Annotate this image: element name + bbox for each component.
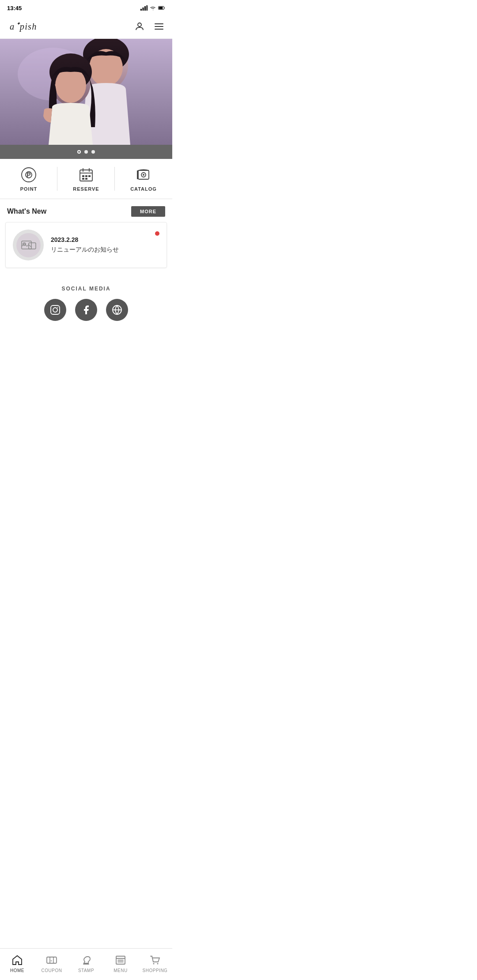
hamburger-menu-button[interactable] bbox=[153, 20, 165, 33]
whats-new-title: What's New bbox=[7, 207, 46, 215]
slide-dots bbox=[0, 145, 172, 159]
svg-rect-29 bbox=[85, 175, 87, 177]
social-media-section: SOCIAL MEDIA bbox=[0, 275, 172, 328]
dot-2[interactable] bbox=[84, 150, 88, 154]
svg-rect-40 bbox=[51, 305, 60, 314]
social-icons-row bbox=[7, 299, 165, 321]
dot-1[interactable] bbox=[77, 150, 81, 154]
header-actions bbox=[133, 20, 165, 33]
catalog-icon bbox=[135, 166, 152, 184]
website-button[interactable] bbox=[106, 299, 128, 321]
svg-point-35 bbox=[143, 174, 144, 176]
point-label: POINT bbox=[20, 186, 38, 192]
news-thumb-inner bbox=[15, 232, 42, 258]
battery-icon bbox=[158, 5, 165, 11]
hamburger-icon bbox=[154, 21, 164, 32]
quick-menu: P POINT RESERVE bbox=[0, 159, 172, 199]
reserve-label: RESERVE bbox=[73, 186, 99, 192]
svg-rect-3 bbox=[147, 5, 148, 11]
wifi-icon bbox=[149, 5, 156, 11]
instagram-button[interactable] bbox=[44, 299, 66, 321]
reserve-icon bbox=[77, 166, 95, 184]
logo-svg: a ✦ pish bbox=[7, 18, 60, 35]
svg-rect-28 bbox=[82, 175, 84, 177]
facebook-icon bbox=[81, 305, 91, 315]
social-media-title: SOCIAL MEDIA bbox=[7, 286, 165, 292]
status-bar: 13:45 bbox=[0, 0, 172, 14]
svg-rect-0 bbox=[140, 9, 142, 11]
hero-image bbox=[0, 39, 172, 145]
app-logo: a ✦ pish bbox=[7, 18, 60, 35]
signal-icon bbox=[140, 5, 148, 11]
svg-point-41 bbox=[53, 308, 57, 312]
svg-rect-2 bbox=[144, 6, 146, 11]
svg-point-20 bbox=[55, 68, 86, 103]
profile-button[interactable] bbox=[133, 20, 146, 33]
instagram-icon bbox=[50, 305, 61, 315]
user-icon bbox=[134, 21, 145, 32]
whats-new-header: What's New MORE bbox=[0, 199, 172, 222]
news-title: リニューアルのお知らせ bbox=[51, 246, 148, 254]
news-card[interactable]: 2023.2.28 リニューアルのお知らせ bbox=[5, 222, 167, 268]
status-icons bbox=[140, 5, 165, 11]
point-icon: P bbox=[20, 166, 38, 184]
facebook-button[interactable] bbox=[75, 299, 97, 321]
news-date: 2023.2.28 bbox=[51, 236, 148, 243]
dot-3[interactable] bbox=[91, 150, 95, 154]
svg-point-42 bbox=[57, 307, 58, 308]
svg-rect-32 bbox=[85, 178, 87, 180]
status-time: 13:45 bbox=[7, 5, 22, 11]
news-content: 2023.2.28 リニューアルのお知らせ bbox=[51, 236, 148, 254]
svg-rect-30 bbox=[88, 175, 91, 177]
news-thumbnail bbox=[13, 230, 44, 260]
app-header: a ✦ pish bbox=[0, 14, 172, 39]
quick-menu-reserve[interactable]: RESERVE bbox=[57, 159, 115, 199]
svg-text:pish: pish bbox=[19, 21, 37, 31]
svg-text:a: a bbox=[10, 21, 15, 31]
svg-rect-1 bbox=[143, 8, 144, 11]
catalog-label: CATALOG bbox=[130, 186, 157, 192]
svg-point-9 bbox=[138, 23, 141, 26]
unread-badge bbox=[155, 231, 159, 236]
more-button[interactable]: MORE bbox=[131, 206, 165, 217]
svg-rect-5 bbox=[159, 7, 163, 9]
globe-icon bbox=[112, 305, 122, 315]
hero-banner bbox=[0, 39, 172, 145]
quick-menu-catalog[interactable]: CATALOG bbox=[115, 159, 172, 199]
svg-rect-31 bbox=[82, 178, 84, 180]
quick-menu-point[interactable]: P POINT bbox=[0, 159, 57, 199]
